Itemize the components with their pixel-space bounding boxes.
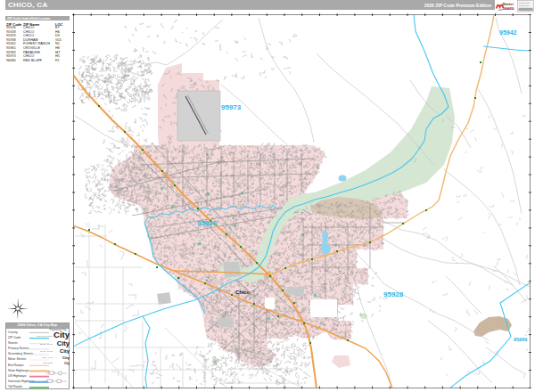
svg-text:MAPS: MAPS	[505, 7, 514, 11]
svg-text:City: City	[64, 362, 70, 365]
svg-text:City: City	[54, 330, 70, 339]
svg-text:10,000 - 24,999: 10,000 - 24,999	[40, 350, 54, 353]
svg-text:Market: Market	[503, 3, 514, 6]
svg-text:Under 2,500: Under 2,500	[43, 362, 54, 364]
svg-text:City: City	[57, 339, 70, 347]
svg-text:95926: 95926	[197, 219, 218, 227]
svg-text:2,500 - 9,999: 2,500 - 9,999	[42, 356, 54, 359]
svg-text:Chico: Chico	[235, 290, 251, 295]
svg-text:95942: 95942	[499, 29, 517, 36]
svg-text:City: City	[60, 348, 70, 354]
svg-text:25,000 - 99,999: 25,000 - 99,999	[40, 343, 54, 346]
svg-text:Reference: Reference	[519, 4, 530, 7]
svg-text:95969: 95969	[514, 337, 527, 342]
svg-text:City: City	[62, 355, 70, 360]
svg-text:95928: 95928	[383, 290, 404, 298]
svg-text:Over 99,999 People: Over 99,999 People	[37, 335, 54, 338]
svg-text:95973: 95973	[221, 103, 242, 111]
